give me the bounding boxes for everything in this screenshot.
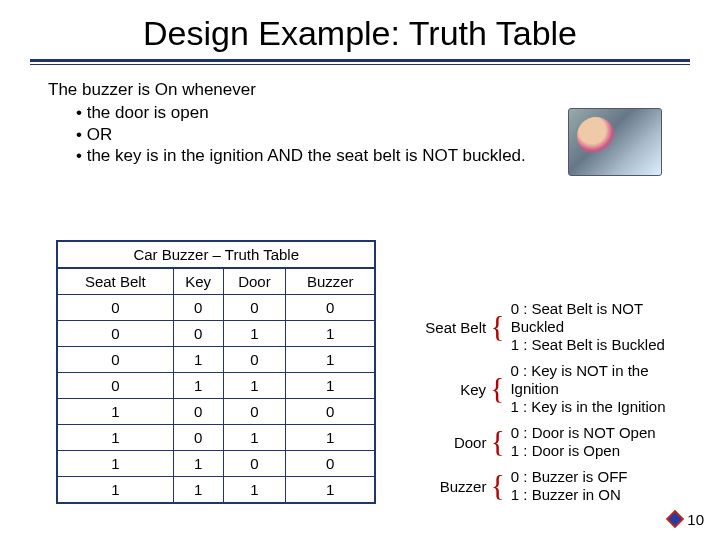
table-cell: 0 — [57, 321, 173, 347]
legend: Seat Belt{0 : Seat Belt is NOT Buckled1 … — [414, 300, 700, 512]
table-cell: 1 — [223, 425, 285, 451]
legend-one: 1 : Buzzer in ON — [511, 486, 628, 504]
slide: Design Example: Truth Table The buzzer i… — [0, 0, 720, 540]
legend-label: Buzzer — [414, 478, 486, 495]
table-cell: 0 — [286, 399, 376, 425]
title-underline-thin — [30, 64, 690, 65]
table-cell: 1 — [173, 347, 223, 373]
table-cell: 1 — [57, 451, 173, 477]
table-cell: 0 — [57, 347, 173, 373]
brace-icon: { — [490, 317, 504, 335]
legend-zero: 0 : Seat Belt is NOT Buckled — [511, 300, 700, 336]
table-row: 0101 — [57, 347, 375, 373]
driver-illustration — [568, 108, 662, 176]
legend-one: 1 : Door is Open — [511, 442, 656, 460]
truth-table-caption: Car Buzzer – Truth Table — [56, 240, 376, 267]
truth-table: Car Buzzer – Truth Table Seat Belt Key D… — [56, 240, 376, 504]
table-cell: 1 — [57, 425, 173, 451]
lower-area: Car Buzzer – Truth Table Seat Belt Key D… — [56, 240, 700, 512]
brace-icon: { — [490, 432, 504, 450]
legend-lines: 0 : Buzzer is OFF1 : Buzzer in ON — [511, 468, 628, 504]
legend-one: 1 : Seat Belt is Buckled — [511, 336, 700, 354]
legend-label: Seat Belt — [414, 319, 486, 336]
legend-zero: 0 : Key is NOT in the Ignition — [510, 362, 700, 398]
table-row: 1111 — [57, 477, 375, 504]
table-cell: 0 — [286, 451, 376, 477]
table-row: 1000 — [57, 399, 375, 425]
legend-row: Door{0 : Door is NOT Open1 : Door is Ope… — [414, 424, 700, 460]
table-cell: 0 — [57, 295, 173, 321]
table-cell: 1 — [173, 373, 223, 399]
page-title: Design Example: Truth Table — [0, 0, 720, 59]
table-cell: 1 — [223, 477, 285, 504]
legend-lines: 0 : Key is NOT in the Ignition1 : Key is… — [510, 362, 700, 416]
brace-icon: { — [490, 379, 504, 397]
col-key: Key — [173, 268, 223, 295]
intro-lead: The buzzer is On whenever — [48, 79, 672, 100]
table-header-row: Seat Belt Key Door Buzzer — [57, 268, 375, 295]
legend-row: Key{0 : Key is NOT in the Ignition1 : Ke… — [414, 362, 700, 416]
table-cell: 1 — [223, 321, 285, 347]
table-cell: 0 — [57, 373, 173, 399]
table-row: 0111 — [57, 373, 375, 399]
truth-table-body: 00000011010101111000101111001111 — [57, 295, 375, 504]
table-cell: 1 — [286, 321, 376, 347]
table-cell: 1 — [286, 373, 376, 399]
table-cell: 1 — [57, 477, 173, 504]
table-cell: 0 — [173, 321, 223, 347]
legend-row: Buzzer{0 : Buzzer is OFF1 : Buzzer in ON — [414, 468, 700, 504]
table-cell: 0 — [223, 347, 285, 373]
legend-lines: 0 : Door is NOT Open1 : Door is Open — [511, 424, 656, 460]
table-cell: 0 — [286, 295, 376, 321]
table-cell: 1 — [223, 373, 285, 399]
legend-row: Seat Belt{0 : Seat Belt is NOT Buckled1 … — [414, 300, 700, 354]
legend-one: 1 : Key is in the Ignition — [510, 398, 700, 416]
col-door: Door — [223, 268, 285, 295]
table-row: 0000 — [57, 295, 375, 321]
legend-label: Door — [414, 434, 486, 451]
title-underline — [30, 59, 690, 62]
table-cell: 1 — [173, 477, 223, 504]
legend-lines: 0 : Seat Belt is NOT Buckled1 : Seat Bel… — [511, 300, 700, 354]
legend-label: Key — [414, 381, 486, 398]
col-buzzer: Buzzer — [286, 268, 376, 295]
table-cell: 0 — [223, 451, 285, 477]
table-row: 1100 — [57, 451, 375, 477]
table-cell: 0 — [173, 295, 223, 321]
table-cell: 1 — [286, 477, 376, 504]
table-row: 0011 — [57, 321, 375, 347]
page-number: 10 — [687, 511, 704, 528]
table-cell: 1 — [286, 347, 376, 373]
legend-zero: 0 : Buzzer is OFF — [511, 468, 628, 486]
table-row: 1011 — [57, 425, 375, 451]
table-cell: 0 — [173, 399, 223, 425]
table-cell: 0 — [173, 425, 223, 451]
table-cell: 1 — [57, 399, 173, 425]
table-cell: 0 — [223, 295, 285, 321]
table-cell: 0 — [223, 399, 285, 425]
col-seatbelt: Seat Belt — [57, 268, 173, 295]
brace-icon: { — [490, 476, 504, 494]
table-cell: 1 — [286, 425, 376, 451]
logo-icon — [664, 508, 686, 530]
table-cell: 1 — [173, 451, 223, 477]
legend-zero: 0 : Door is NOT Open — [511, 424, 656, 442]
